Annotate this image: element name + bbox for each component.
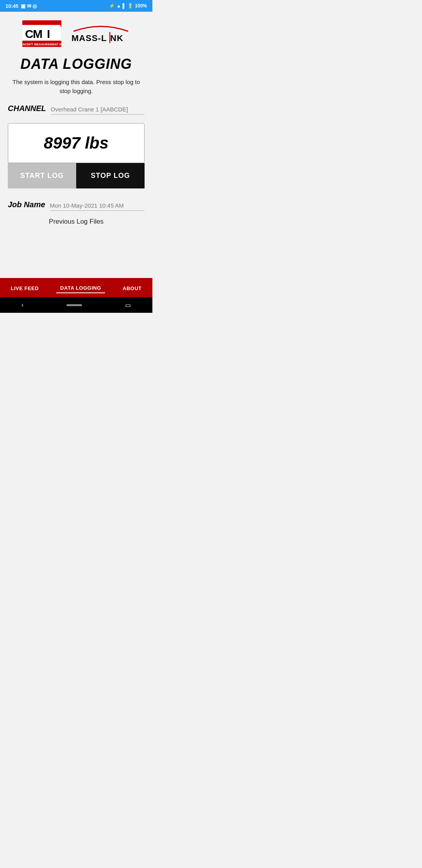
previous-log-files-link[interactable]: Previous Log Files [49,218,104,226]
channel-input[interactable] [51,104,145,115]
notification-icons: ▣ ✉ ◎ [21,3,37,9]
weight-display: 8997 lbs [8,123,145,163]
svg-text:MASS-L: MASS-L [72,33,107,43]
svg-text:CONCEPT MEASUREMENT INC.: CONCEPT MEASUREMENT INC. [20,43,63,46]
jobname-row: Job Name [8,200,145,211]
battery-icon: 🔋 [127,3,133,9]
status-bar: 10:45 ▣ ✉ ◎ ⚡ ▲ ▌ 🔋 100% [0,0,152,12]
status-bar-right: ⚡ ▲ ▌ 🔋 100% [109,3,147,9]
nav-data-logging[interactable]: DATA LOGGING [56,283,105,293]
logo-area: C M I CONCEPT MEASUREMENT INC. MASS-L NK [8,20,145,49]
page-title: DATA LOGGING [20,56,132,72]
job-name-label: Job Name [8,200,45,211]
start-log-button[interactable]: START LOG [8,163,76,188]
weight-value: 8997 lbs [44,134,109,152]
bottom-nav: LIVE FEED DATA LOGGING ABOUT [0,278,152,297]
battery-level: 100% [135,3,147,9]
android-nav-bar: ‹ ▭ [0,297,152,313]
signal-icon: ▌ [123,3,126,9]
home-button[interactable] [66,304,82,306]
channel-label: CHANNEL [8,104,46,115]
status-bar-left: 10:45 ▣ ✉ ◎ [5,3,37,9]
svg-text:C: C [25,27,34,40]
buttons-row: START LOG STOP LOG [8,163,145,188]
bluetooth-icon: ⚡ [109,3,115,9]
time-display: 10:45 [5,3,18,9]
wifi-icon: ▲ [116,3,121,9]
recent-button[interactable]: ▭ [125,301,131,309]
nav-live-feed[interactable]: LIVE FEED [7,284,43,293]
channel-row: CHANNEL [8,104,145,115]
svg-text:M: M [33,27,43,40]
stop-log-button[interactable]: STOP LOG [76,163,145,188]
subtitle-text: The system is logging this data. Press s… [8,78,145,95]
svg-text:I: I [47,27,50,40]
job-name-input[interactable] [50,201,145,211]
svg-text:NK: NK [110,33,123,43]
cmi-logo: C M I CONCEPT MEASUREMENT INC. [20,20,63,49]
masslink-logo: MASS-L NK [70,20,132,49]
nav-about[interactable]: ABOUT [119,284,146,293]
main-content: C M I CONCEPT MEASUREMENT INC. MASS-L NK… [0,12,152,278]
back-button[interactable]: ‹ [21,301,23,308]
